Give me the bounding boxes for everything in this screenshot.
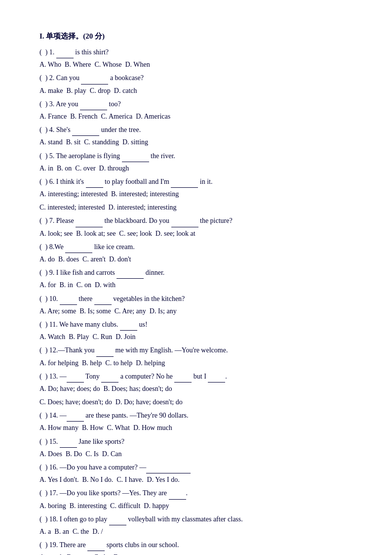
question-4: ( ) 4. She's under the tree. A. stand B.… xyxy=(39,124,353,148)
section1-title: I. 单项选择。(20 分) xyxy=(39,30,353,43)
question-15: ( ) 15. Jane like sports? A. Does B. Do … xyxy=(39,435,353,460)
question-17: ( ) 17. —Do you like sports? —Yes. They … xyxy=(39,487,353,512)
question-12: ( ) 12.—Thank you me with my English. —Y… xyxy=(39,344,353,369)
question-2: ( ) 2. Can you a bookcase? A. make B. pl… xyxy=(39,72,353,96)
question-1: ( ) 1. is this shirt? A. Who B. Where C.… xyxy=(39,46,353,71)
question-9: ( ) 9. I like fish and carrots dinner. A… xyxy=(39,266,353,291)
question-19: ( ) 19. There are sports clubs in our sc… xyxy=(39,539,353,555)
question-14: ( ) 14. — are these pants. —They're 90 d… xyxy=(39,409,353,434)
question-10: ( ) 10. there vegetables in the kitchen?… xyxy=(39,293,353,317)
question-6: ( ) 6. I think it's to play football and… xyxy=(39,175,353,214)
exam-content: I. 单项选择。(20 分) ( ) 1. is this shirt? A. … xyxy=(39,30,353,555)
question-8: ( ) 8.We like ice cream. A. do B. does C… xyxy=(39,241,353,265)
question-18: ( ) 18. I often go to play volleyball wi… xyxy=(39,513,353,538)
question-13: ( ) 13. — Tony a computer? No he but I .… xyxy=(39,370,353,409)
question-5: ( ) 5. The aeroplane is flying the river… xyxy=(39,150,353,174)
question-16: ( ) 16. —Do you have a computer? — A. Ye… xyxy=(39,461,353,486)
question-11: ( ) 11. We have many clubs. us! A. Watch… xyxy=(39,318,353,343)
question-7: ( ) 7. Please the blackboard. Do you the… xyxy=(39,214,353,239)
question-3: ( ) 3. Are you too? A. France B. French … xyxy=(39,98,353,123)
